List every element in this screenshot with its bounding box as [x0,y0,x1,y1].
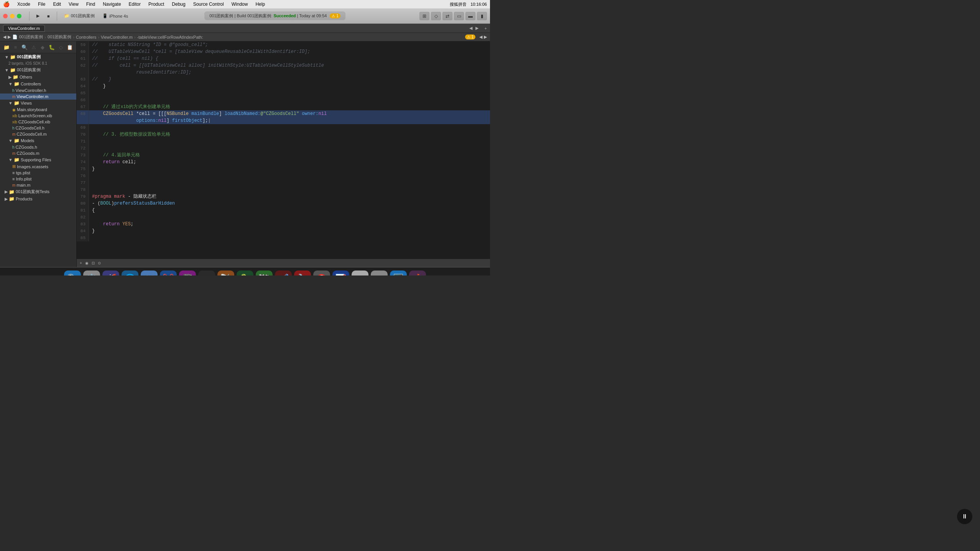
dock-word[interactable]: 📝 [332,271,349,276]
nav-left-button[interactable]: ◀ [3,34,6,39]
dock-appstore[interactable]: 🖥️ [390,271,407,276]
main-m[interactable]: m main.m [0,182,76,188]
breadcrumb-nav-left[interactable]: ◀ [479,34,482,39]
sidebar-breakpoint-icon[interactable]: ◇ [57,43,65,51]
line-num-78: 78 [77,186,89,193]
models-group[interactable]: ▼ 📁 Models [0,137,76,144]
menu-product[interactable]: Product [147,1,166,8]
breadcrumb-file[interactable]: ViewController.m [101,35,133,39]
bottom-issues[interactable]: ⊡ [92,261,95,265]
next-file-button[interactable]: ▶ [475,26,478,31]
dock-font1[interactable]: A [352,271,368,276]
menu-window[interactable]: Window [230,1,250,8]
breadcrumb-nav-right[interactable]: ▶ [484,34,487,39]
menu-file[interactable]: File [36,1,47,8]
dock-terminal[interactable]: 💻 [198,271,215,276]
tests-group[interactable]: ▶ 📁 001团购案例Tests [0,188,76,195]
sidebar-folder-icon[interactable]: 📁 [2,43,11,51]
dock-pencil[interactable]: 🖊️ [275,271,292,276]
menu-navigate[interactable]: Navigate [101,1,122,8]
dock-other1[interactable]: 🎪 [409,271,426,276]
czgoodscell-xib[interactable]: xib CZGoodsCell.xib [0,119,76,125]
menu-xcode[interactable]: Xcode [16,1,32,8]
dock-pycharm[interactable]: 🐍 [237,271,253,276]
main-group[interactable]: ▼ 📁 001团购案例 [0,66,76,74]
dock-xcode[interactable]: ✂️ [160,271,177,276]
images-xcassets[interactable]: ⊞ Images.xcassets [0,163,76,170]
sidebar-search-icon[interactable]: 🔍 [20,43,29,51]
add-tab-button[interactable]: + [485,26,487,31]
maximize-button[interactable] [17,14,21,18]
sidebar-test-icon[interactable]: ◆ [39,43,47,51]
minimize-button[interactable] [10,14,15,18]
code-line-68: 68 CZGoodsCell *cell = [[[NSBundle mainB… [77,110,490,117]
sidebar-warning-icon[interactable]: ⚠ [30,43,38,51]
menu-help[interactable]: Help [254,1,266,8]
project-root[interactable]: ▼ 📁 001团购案例 [0,53,76,61]
czgoodscell-m[interactable]: m CZGoodsCell.m [0,131,76,137]
apple-menu[interactable]: 🍎 [3,1,10,7]
controllers-group[interactable]: ▼ 📁 Controllers [0,80,76,87]
close-button[interactable] [3,14,8,18]
dock-safari[interactable]: 🌐 [122,271,138,276]
views-group[interactable]: ▼ 📁 Views [0,100,76,107]
dock-instruments[interactable]: 🏁 [256,271,273,276]
sidebar-debug-icon[interactable]: 🐛 [48,43,56,51]
dock-font2[interactable]: A [371,271,388,276]
grid-view-button[interactable]: ⊞ [419,12,429,20]
breadcrumb-controllers[interactable]: Controllers [76,35,96,39]
viewcontroller-h[interactable]: h ViewController.h [0,87,76,93]
info-plist[interactable]: ≡ Info.plist [0,176,76,182]
viewcontroller-m[interactable]: m ViewController.m [0,93,76,100]
code-line-66: 66 [77,97,490,103]
bottom-filter[interactable]: ⊙ [98,261,101,265]
menu-view[interactable]: View [67,1,80,8]
menu-debug[interactable]: Debug [170,1,187,8]
breadcrumb-folder[interactable]: 001团购案例 [48,34,71,40]
device-selector[interactable]: 📱 iPhone 4s [100,12,130,20]
menu-find[interactable]: Find [85,1,97,8]
layout2-button[interactable]: ▬ [465,12,475,20]
menu-editor[interactable]: Editor [127,1,142,8]
czgoodscell-h[interactable]: h CZGoodsCell.h [0,125,76,131]
prev-file-button[interactable]: ◀ [469,26,472,31]
tgs-plist[interactable]: ≡ tgs.plist [0,170,76,176]
dock-finder[interactable]: 🔍 [64,271,81,276]
add-file-button[interactable]: + [80,261,82,265]
supporting-files-group[interactable]: ▼ 📁 Supporting Files [0,156,76,163]
nav-right-button[interactable]: ▶ [8,34,11,39]
build-status: 001团购案例 | Build 001团购案例: Succeeded | Tod… [204,11,345,20]
main-storyboard[interactable]: ◉ Main.storyboard [0,107,76,113]
dock-filezilla[interactable]: 🔧 [294,271,311,276]
sidebar-report-icon[interactable]: 📋 [66,43,74,51]
dock-launchpad[interactable]: 🚀 [102,271,119,276]
czgoods-h-label: CZGoods.h [16,145,37,149]
launchscreen-xib[interactable]: xib LaunchScreen.xib [0,113,76,119]
dock-onenote[interactable]: 📓 [179,271,196,276]
sidebar-list-icon[interactable]: ≡ [12,43,20,51]
nav-back-button[interactable]: ⇄ [442,12,452,20]
code-area[interactable]: 59 // static NSString *ID = @"goods_cell… [77,41,490,259]
dock-parallels[interactable]: 🎯 [313,271,330,276]
scheme-selector[interactable]: 📁 001团购案例 [62,12,97,20]
menu-source-control[interactable]: Source Control [192,1,225,8]
breakpoint-button[interactable]: ◇ [431,12,441,20]
bottom-history[interactable]: ◉ [85,261,89,265]
layout1-button[interactable]: ▭ [454,12,464,20]
czgoods-h[interactable]: h CZGoods.h [0,144,76,150]
others-group[interactable]: ▶ 📁 Others [0,74,76,80]
dock-transmission[interactable]: 📡 [217,271,234,276]
breadcrumb-method[interactable]: -tableView:cellForRowAtIndexPath: [137,35,203,39]
czgoods-m[interactable]: m CZGoods.m [0,150,76,156]
active-tab[interactable]: ViewController.m [3,25,45,32]
dock-settings[interactable]: ⚙️ [83,271,100,276]
stop-button[interactable]: ■ [45,13,52,20]
line-num-70: 70 [77,131,89,138]
breadcrumb-project[interactable]: 001团购案例 [19,34,43,40]
dock-files[interactable]: 📁 [141,271,158,276]
layout3-button[interactable]: ▮ [477,12,487,20]
products-group[interactable]: ▶ 📁 Products [0,195,76,202]
run-button[interactable]: ▶ [34,12,42,20]
device-name: iPhone 4s [109,14,128,18]
menu-edit[interactable]: Edit [51,1,62,8]
